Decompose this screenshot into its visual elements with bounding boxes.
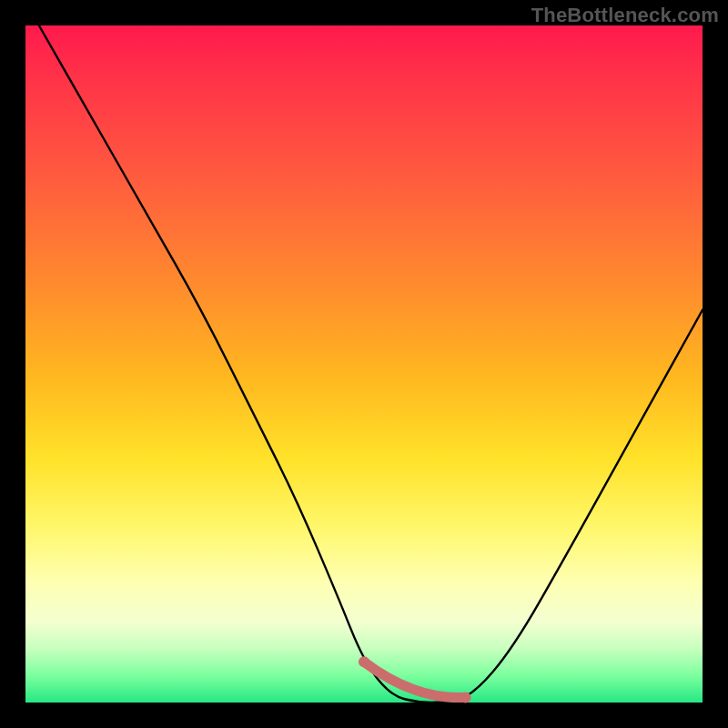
curve-svg [25,25,703,703]
plot-area [25,25,703,703]
flat-region-endpoint [359,656,369,667]
flat-region-endpoint [460,692,471,703]
bottleneck-curve-line [39,25,703,703]
watermark-text: TheBottleneck.com [531,4,719,27]
chart-frame: TheBottleneck.com [0,0,728,728]
